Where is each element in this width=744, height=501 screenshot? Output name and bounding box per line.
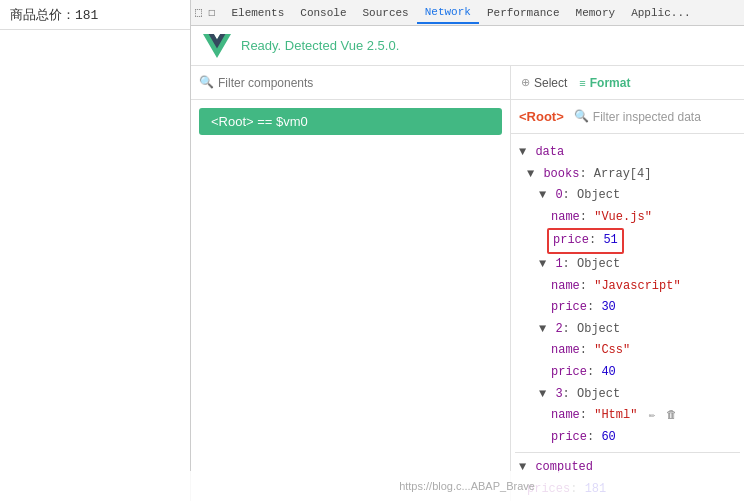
devtools-panel: ⬚ ☐ Elements Console Sources Network Per… [190, 0, 744, 501]
tab-bar-icons: ⬚ ☐ [195, 5, 215, 20]
item-2: ▼ 2: Object [515, 319, 740, 341]
vue-logo [203, 32, 231, 60]
item2-arrow: ▼ [539, 322, 546, 336]
item1-name: name: "Javascript" [515, 276, 740, 298]
item-3: ▼ 3: Object [515, 384, 740, 406]
chinese-label: 商品总价：181 [0, 0, 190, 30]
item-1: ▼ 1: Object [515, 254, 740, 276]
select-cursor-icon: ⊕ [521, 76, 530, 89]
data-tree: ▼ data ▼ books: Array[4] ▼ 0: Object nam… [511, 134, 744, 501]
data-arrow: ▼ [519, 145, 526, 159]
toolbar-left: 🔍 [191, 66, 511, 99]
item-0: ▼ 0: Object [515, 185, 740, 207]
vue-ready-text: Ready. Detected Vue 2.5.0. [241, 38, 399, 53]
root-component[interactable]: <Root> == $vm0 [199, 108, 502, 135]
books-key: books [543, 167, 579, 181]
filter-icon: 🔍 [199, 75, 214, 90]
filter-right-icon: 🔍 [574, 109, 589, 124]
edit-icon[interactable]: ✏ [649, 409, 656, 421]
item0-price: price: 51 [515, 228, 740, 254]
left-panel: <Root> == $vm0 [191, 100, 511, 501]
tab-application[interactable]: Applic... [623, 3, 698, 23]
format-icon: ≡ [579, 77, 585, 89]
item0-arrow: ▼ [539, 188, 546, 202]
delete-icon[interactable]: 🗑 [666, 409, 677, 421]
data-key: data [535, 145, 564, 159]
phone-icon[interactable]: ☐ [208, 5, 215, 20]
filter-components-input[interactable] [218, 76, 378, 90]
tab-performance[interactable]: Performance [479, 3, 568, 23]
vue-header: Ready. Detected Vue 2.5.0. [191, 26, 744, 66]
toolbar-actions: ⊕ Select ≡ Format [511, 76, 640, 90]
watermark: https://blog.c...ABAP_Brave [190, 471, 744, 501]
format-button[interactable]: ≡ Format [579, 76, 630, 90]
item3-price: price: 60 [515, 427, 740, 449]
select-button[interactable]: ⊕ Select [521, 76, 567, 90]
item1-price: price: 30 [515, 297, 740, 319]
tab-elements[interactable]: Elements [223, 3, 292, 23]
books-type: : Array[4] [579, 167, 651, 181]
right-toolbar: <Root> 🔍 Filter inspected data [511, 100, 744, 134]
item2-name: name: "Css" [515, 340, 740, 362]
tab-memory[interactable]: Memory [568, 3, 624, 23]
data-section: ▼ data [515, 142, 740, 164]
root-tag: <Root> [519, 109, 564, 124]
item2-price: price: 40 [515, 362, 740, 384]
vue-toolbar: 🔍 ⊕ Select ≡ Format [191, 66, 744, 100]
right-panel: <Root> 🔍 Filter inspected data ▼ data ▼ … [511, 100, 744, 501]
item0-name: name: "Vue.js" [515, 207, 740, 229]
main-content: <Root> == $vm0 <Root> 🔍 Filter inspected… [191, 100, 744, 501]
books-arrow: ▼ [527, 167, 534, 181]
cursor-icon[interactable]: ⬚ [195, 5, 202, 20]
price-highlight: price: 51 [547, 228, 624, 254]
item1-arrow: ▼ [539, 257, 546, 271]
item0-index: 0 [555, 188, 562, 202]
item3-name: name: "Html" ✏ 🗑 [515, 405, 740, 427]
books-item: ▼ books: Array[4] [515, 164, 740, 186]
tab-console[interactable]: Console [292, 3, 354, 23]
tab-sources[interactable]: Sources [355, 3, 417, 23]
tab-network[interactable]: Network [417, 2, 479, 24]
item0-type: : Object [563, 188, 621, 202]
section-divider [515, 452, 740, 453]
tab-bar: ⬚ ☐ Elements Console Sources Network Per… [191, 0, 744, 26]
item3-arrow: ▼ [539, 387, 546, 401]
filter-inspected-text: Filter inspected data [593, 110, 701, 124]
